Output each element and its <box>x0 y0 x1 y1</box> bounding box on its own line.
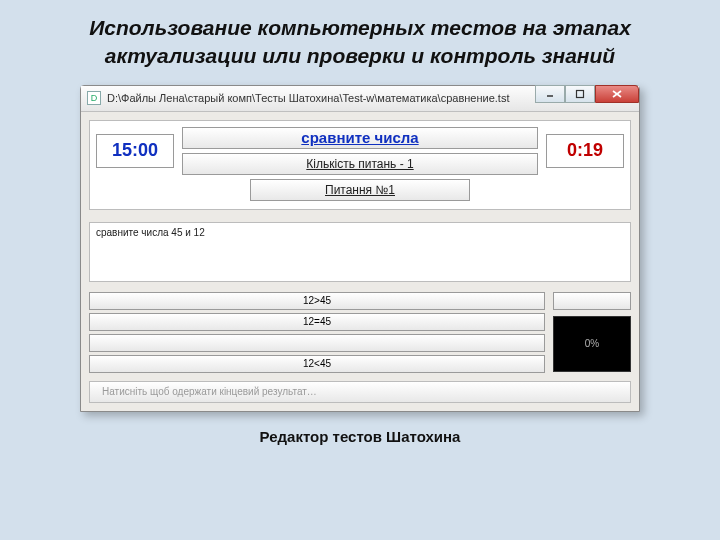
titlebar[interactable]: D D:\Файлы Лена\старый комп\Тесты Шатохи… <box>81 86 639 112</box>
finish-hint-button[interactable]: Натисніть щоб одержати кінцевий результа… <box>89 381 631 403</box>
side-column: 0% <box>553 292 631 373</box>
top-panel: 15:00 сравните числа 0:19 Кількість пита… <box>89 120 631 210</box>
time-limit-box: 15:00 <box>96 134 174 168</box>
progress-box: 0% <box>553 316 631 372</box>
answers-zone: 12>45 12=45 12<45 0% <box>89 292 631 373</box>
question-text-area: сравните числа 45 и 12 <box>89 222 631 282</box>
close-button[interactable] <box>595 85 639 103</box>
test-title-button[interactable]: сравните числа <box>182 127 538 149</box>
svg-rect-1 <box>577 90 584 97</box>
slide-caption: Редактор тестов Шатохина <box>0 428 720 445</box>
app-icon: D <box>87 91 101 105</box>
window-controls <box>535 86 639 106</box>
answer-option[interactable]: 12=45 <box>89 313 545 331</box>
maximize-button[interactable] <box>565 85 595 103</box>
answer-option[interactable] <box>89 334 545 352</box>
answer-option[interactable]: 12>45 <box>89 292 545 310</box>
side-small-button[interactable] <box>553 292 631 310</box>
current-question-button[interactable]: Питання №1 <box>250 179 470 201</box>
minimize-button[interactable] <box>535 85 565 103</box>
app-window: D D:\Файлы Лена\старый комп\Тесты Шатохи… <box>80 85 640 412</box>
client-area: 15:00 сравните числа 0:19 Кількість пита… <box>81 112 639 411</box>
elapsed-time-box: 0:19 <box>546 134 624 168</box>
answers-column: 12>45 12=45 12<45 <box>89 292 545 373</box>
window-title-path: D:\Файлы Лена\старый комп\Тесты Шатохина… <box>107 92 509 104</box>
question-count-button[interactable]: Кількість питань - 1 <box>182 153 538 175</box>
slide-title: Использование компьютерных тестов на эта… <box>0 0 720 81</box>
answer-option[interactable]: 12<45 <box>89 355 545 373</box>
